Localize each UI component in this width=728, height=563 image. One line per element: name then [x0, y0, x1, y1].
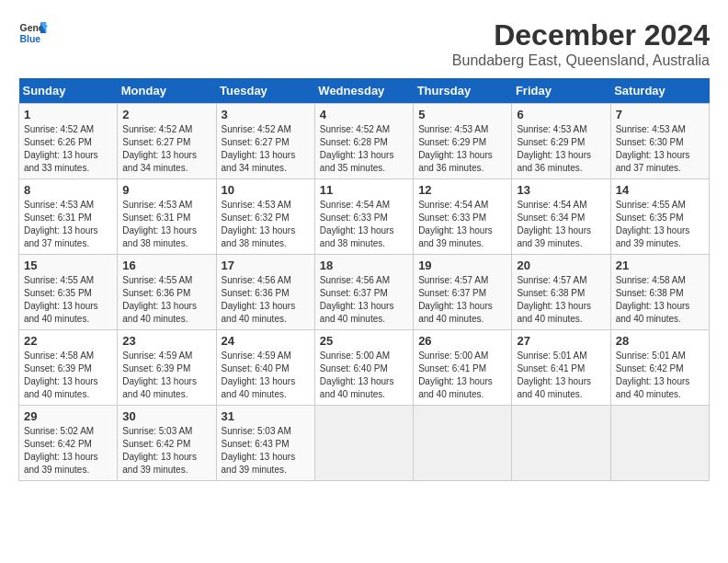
day-info: Sunrise: 5:01 AM Sunset: 6:42 PM Dayligh… [616, 350, 704, 401]
header-thursday: Thursday [414, 78, 512, 104]
calendar-header-row: Sunday Monday Tuesday Wednesday Thursday… [19, 78, 710, 104]
header-saturday: Saturday [610, 78, 709, 104]
day-info: Sunrise: 4:53 AM Sunset: 6:29 PM Dayligh… [418, 123, 506, 175]
table-row: 20Sunrise: 4:57 AM Sunset: 6:38 PM Dayli… [512, 255, 610, 330]
table-row: 27Sunrise: 5:01 AM Sunset: 6:41 PM Dayli… [512, 330, 610, 406]
svg-text:Blue: Blue [20, 34, 41, 44]
table-row: 24Sunrise: 4:59 AM Sunset: 6:40 PM Dayli… [216, 330, 314, 406]
day-number: 4 [320, 108, 408, 121]
table-row: 1Sunrise: 4:52 AM Sunset: 6:26 PM Daylig… [19, 104, 118, 179]
day-info: Sunrise: 4:55 AM Sunset: 6:35 PM Dayligh… [24, 274, 112, 326]
table-row: 17Sunrise: 4:56 AM Sunset: 6:36 PM Dayli… [216, 255, 314, 330]
day-info: Sunrise: 4:54 AM Sunset: 6:33 PM Dayligh… [320, 199, 408, 250]
day-info: Sunrise: 4:58 AM Sunset: 6:38 PM Dayligh… [616, 274, 704, 326]
table-row: 25Sunrise: 5:00 AM Sunset: 6:40 PM Dayli… [314, 330, 413, 406]
table-row: 7Sunrise: 4:53 AM Sunset: 6:30 PM Daylig… [610, 104, 709, 179]
day-number: 29 [24, 409, 112, 423]
day-number: 17 [222, 259, 310, 272]
day-info: Sunrise: 5:00 AM Sunset: 6:40 PM Dayligh… [320, 350, 408, 401]
day-number: 27 [517, 334, 605, 348]
day-number: 2 [122, 108, 210, 121]
calendar-week-row: 1Sunrise: 4:52 AM Sunset: 6:26 PM Daylig… [19, 104, 710, 179]
logo: General Blue [18, 18, 48, 48]
day-info: Sunrise: 4:52 AM Sunset: 6:28 PM Dayligh… [320, 123, 408, 175]
calendar-table: Sunday Monday Tuesday Wednesday Thursday… [18, 78, 710, 481]
day-number: 13 [517, 183, 605, 197]
day-number: 19 [418, 259, 506, 272]
table-row: 19Sunrise: 4:57 AM Sunset: 6:37 PM Dayli… [414, 255, 512, 330]
day-info: Sunrise: 5:02 AM Sunset: 6:42 PM Dayligh… [24, 425, 112, 477]
day-info: Sunrise: 5:00 AM Sunset: 6:41 PM Dayligh… [418, 350, 506, 401]
day-number: 11 [320, 183, 408, 197]
day-number: 1 [24, 108, 112, 121]
table-row: 12Sunrise: 4:54 AM Sunset: 6:33 PM Dayli… [414, 179, 512, 255]
table-row [314, 406, 413, 481]
day-info: Sunrise: 4:53 AM Sunset: 6:29 PM Dayligh… [517, 123, 605, 175]
day-number: 12 [418, 183, 506, 197]
day-number: 6 [517, 108, 605, 121]
day-number: 31 [222, 409, 310, 423]
day-info: Sunrise: 4:55 AM Sunset: 6:35 PM Dayligh… [616, 199, 704, 250]
day-info: Sunrise: 4:56 AM Sunset: 6:37 PM Dayligh… [320, 274, 408, 326]
day-number: 23 [122, 334, 210, 348]
day-info: Sunrise: 4:59 AM Sunset: 6:39 PM Dayligh… [122, 350, 210, 401]
table-row: 4Sunrise: 4:52 AM Sunset: 6:28 PM Daylig… [314, 104, 413, 179]
table-row [610, 406, 709, 481]
day-number: 21 [616, 259, 704, 272]
day-info: Sunrise: 4:58 AM Sunset: 6:39 PM Dayligh… [24, 350, 112, 401]
header-sunday: Sunday [19, 78, 118, 104]
table-row: 31Sunrise: 5:03 AM Sunset: 6:43 PM Dayli… [216, 406, 314, 481]
day-info: Sunrise: 4:52 AM Sunset: 6:27 PM Dayligh… [122, 123, 210, 175]
day-number: 9 [122, 183, 210, 197]
day-number: 24 [222, 334, 310, 348]
title-area: December 2024 Bundaberg East, Queensland… [452, 18, 710, 69]
table-row: 9Sunrise: 4:53 AM Sunset: 6:31 PM Daylig… [118, 179, 216, 255]
header-wednesday: Wednesday [314, 78, 413, 104]
day-number: 15 [24, 259, 112, 272]
header-friday: Friday [512, 78, 610, 104]
table-row: 18Sunrise: 4:56 AM Sunset: 6:37 PM Dayli… [314, 255, 413, 330]
day-number: 16 [122, 259, 210, 272]
header-monday: Monday [118, 78, 216, 104]
table-row: 16Sunrise: 4:55 AM Sunset: 6:36 PM Dayli… [118, 255, 216, 330]
table-row: 30Sunrise: 5:03 AM Sunset: 6:42 PM Dayli… [118, 406, 216, 481]
table-row: 5Sunrise: 4:53 AM Sunset: 6:29 PM Daylig… [414, 104, 512, 179]
day-info: Sunrise: 4:59 AM Sunset: 6:40 PM Dayligh… [222, 350, 310, 401]
table-row: 2Sunrise: 4:52 AM Sunset: 6:27 PM Daylig… [118, 104, 216, 179]
day-info: Sunrise: 5:03 AM Sunset: 6:42 PM Dayligh… [122, 425, 210, 477]
day-number: 14 [616, 183, 704, 197]
table-row [512, 406, 610, 481]
table-row: 15Sunrise: 4:55 AM Sunset: 6:35 PM Dayli… [19, 255, 118, 330]
location-title: Bundaberg East, Queensland, Australia [452, 52, 710, 69]
calendar-week-row: 8Sunrise: 4:53 AM Sunset: 6:31 PM Daylig… [19, 179, 710, 255]
day-info: Sunrise: 4:57 AM Sunset: 6:37 PM Dayligh… [418, 274, 506, 326]
day-info: Sunrise: 4:53 AM Sunset: 6:30 PM Dayligh… [616, 123, 704, 175]
header-tuesday: Tuesday [216, 78, 314, 104]
day-number: 28 [616, 334, 704, 348]
day-info: Sunrise: 5:01 AM Sunset: 6:41 PM Dayligh… [517, 350, 605, 401]
day-number: 25 [320, 334, 408, 348]
day-info: Sunrise: 4:53 AM Sunset: 6:32 PM Dayligh… [222, 199, 310, 250]
page-header: General Blue December 2024 Bundaberg Eas… [18, 18, 710, 69]
table-row: 10Sunrise: 4:53 AM Sunset: 6:32 PM Dayli… [216, 179, 314, 255]
day-info: Sunrise: 4:57 AM Sunset: 6:38 PM Dayligh… [517, 274, 605, 326]
table-row [414, 406, 512, 481]
month-title: December 2024 [452, 18, 710, 52]
day-number: 30 [122, 409, 210, 423]
table-row: 3Sunrise: 4:52 AM Sunset: 6:27 PM Daylig… [216, 104, 314, 179]
day-number: 22 [24, 334, 112, 348]
table-row: 23Sunrise: 4:59 AM Sunset: 6:39 PM Dayli… [118, 330, 216, 406]
day-number: 18 [320, 259, 408, 272]
day-number: 7 [616, 108, 704, 121]
table-row: 29Sunrise: 5:02 AM Sunset: 6:42 PM Dayli… [19, 406, 118, 481]
day-info: Sunrise: 4:54 AM Sunset: 6:34 PM Dayligh… [517, 199, 605, 250]
table-row: 14Sunrise: 4:55 AM Sunset: 6:35 PM Dayli… [610, 179, 709, 255]
day-info: Sunrise: 4:54 AM Sunset: 6:33 PM Dayligh… [418, 199, 506, 250]
day-info: Sunrise: 4:52 AM Sunset: 6:27 PM Dayligh… [222, 123, 310, 175]
day-info: Sunrise: 4:55 AM Sunset: 6:36 PM Dayligh… [122, 274, 210, 326]
day-number: 3 [222, 108, 310, 121]
day-info: Sunrise: 5:03 AM Sunset: 6:43 PM Dayligh… [222, 425, 310, 477]
table-row: 13Sunrise: 4:54 AM Sunset: 6:34 PM Dayli… [512, 179, 610, 255]
table-row: 8Sunrise: 4:53 AM Sunset: 6:31 PM Daylig… [19, 179, 118, 255]
day-number: 10 [222, 183, 310, 197]
